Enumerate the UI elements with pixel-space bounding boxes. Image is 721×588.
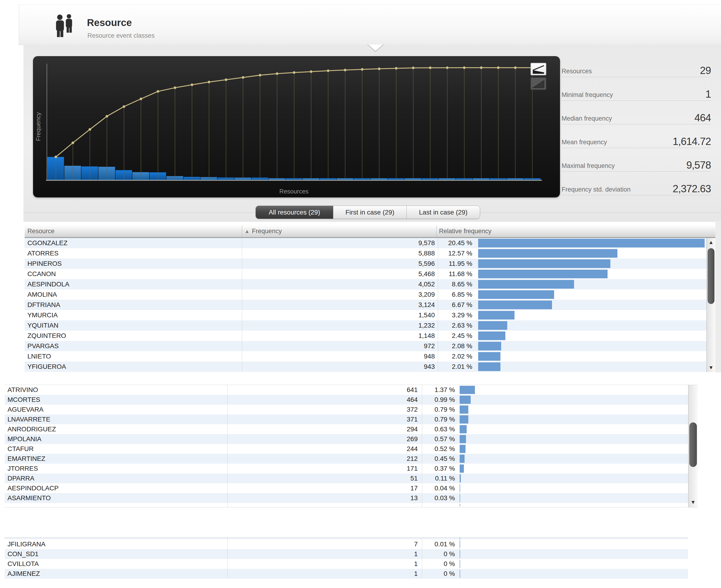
scrollbar-thumb[interactable] bbox=[689, 422, 697, 467]
sort-descending-button[interactable] bbox=[530, 63, 546, 76]
table-scrollbar[interactable]: ▼ bbox=[688, 385, 698, 507]
table-row[interactable]: DFTRIANA3,1246.67 % bbox=[25, 300, 706, 310]
relative-frequency-cell: 0.79 % bbox=[422, 405, 455, 415]
relative-frequency-bar bbox=[478, 301, 552, 309]
scrollbar-thumb[interactable] bbox=[708, 248, 715, 304]
column-header-resource[interactable]: Resource bbox=[27, 225, 55, 237]
table-row[interactable]: YFIGUEROA9432.01 % bbox=[25, 361, 706, 372]
table-row[interactable]: ZQUINTERO1,1482.45 % bbox=[25, 331, 706, 341]
tab-first-in-case[interactable]: First in case (29) bbox=[333, 206, 406, 219]
cumulative-point bbox=[378, 67, 380, 70]
chart-bar bbox=[388, 178, 404, 180]
table-row[interactable]: AESPINDOLA4,0528.65 % bbox=[25, 279, 706, 290]
table-row[interactable]: LNIETO9482.02 % bbox=[25, 351, 706, 361]
stat-row: Minimal frequency1 bbox=[562, 77, 711, 101]
table-row[interactable]: MCORTES4640.99 % bbox=[5, 395, 688, 405]
chart-bar bbox=[524, 178, 541, 180]
stat-row: Maximal frequency9,578 bbox=[562, 148, 711, 172]
relative-frequency-bar bbox=[460, 425, 467, 434]
table-row[interactable]: EMARTINEZ2120.45 % bbox=[5, 454, 688, 464]
chart-bar bbox=[47, 157, 64, 180]
relative-frequency-cell: 0.01 % bbox=[422, 539, 455, 549]
chart-bar bbox=[320, 178, 336, 180]
table-row[interactable]: AESPINDOLACP170.04 % bbox=[5, 483, 688, 493]
stat-row: Frequency std. deviation2,372.63 bbox=[562, 172, 711, 195]
table-row[interactable]: CTAFUR2440.52 % bbox=[5, 444, 688, 454]
frequency-cell: 972 bbox=[25, 341, 435, 351]
relative-frequency-cell: 0 % bbox=[422, 559, 455, 569]
table-row[interactable]: JTORRES1710.37 % bbox=[5, 464, 688, 474]
cumulative-point bbox=[259, 74, 261, 77]
relative-frequency-cell: 12.57 % bbox=[438, 248, 472, 258]
relative-frequency-cell: 20.45 % bbox=[438, 238, 472, 248]
descending-distribution-icon bbox=[532, 64, 545, 74]
table-row[interactable]: HPINEROS5,59611.95 % bbox=[25, 258, 706, 269]
frequency-cell: 7 bbox=[5, 539, 418, 549]
chart-bar bbox=[456, 178, 472, 180]
x-axis-shadow bbox=[46, 181, 542, 181]
table-row[interactable]: ATRIVINO6411.37 % bbox=[5, 385, 688, 395]
frequency-cell: 1,540 bbox=[25, 310, 435, 320]
table-row[interactable]: CVILLOTA10 % bbox=[5, 559, 688, 569]
table-row[interactable]: CON_SD110 % bbox=[5, 549, 688, 559]
relative-frequency-cell: 0.45 % bbox=[422, 454, 455, 464]
scroll-down-button[interactable]: ▼ bbox=[688, 498, 698, 507]
table-row[interactable]: ANRODRIGUEZ2940.63 % bbox=[5, 424, 688, 434]
table-row[interactable]: AGUEVARA3720.79 % bbox=[5, 405, 688, 415]
cumulative-point bbox=[446, 66, 448, 69]
chart-bar bbox=[252, 177, 268, 180]
relative-frequency-cell: 11.68 % bbox=[438, 269, 472, 279]
relative-frequency-cell: 0.99 % bbox=[422, 395, 455, 405]
relative-frequency-bar bbox=[460, 405, 468, 414]
table-row[interactable]: ATORRES5,88812.57 % bbox=[25, 248, 706, 258]
cumulative-point bbox=[293, 71, 295, 74]
frequency-cell: 212 bbox=[5, 454, 418, 464]
table-header: Resource ▲ Frequency Relative frequency bbox=[25, 225, 715, 238]
chart-bar bbox=[235, 177, 251, 180]
column-header-relative-frequency[interactable]: Relative frequency bbox=[439, 225, 492, 237]
tab-all-resources[interactable]: All resources (29) bbox=[256, 206, 333, 219]
relative-frequency-bar bbox=[460, 570, 460, 578]
sort-ascending-button[interactable] bbox=[530, 77, 546, 90]
relative-frequency-cell: 2.63 % bbox=[438, 320, 472, 331]
table-row[interactable]: YQUITIAN1,2322.63 % bbox=[25, 320, 706, 331]
relative-frequency-cell: 2.08 % bbox=[438, 341, 472, 351]
frequency-cell: 17 bbox=[5, 483, 418, 493]
chart-bar bbox=[166, 176, 183, 180]
table-row[interactable]: MPOLANIA2690.57 % bbox=[5, 434, 688, 444]
resource-tabs: All resources (29)First in case (29)Last… bbox=[256, 206, 480, 219]
y-axis-label: Frequency bbox=[35, 112, 42, 141]
table-row[interactable]: PVARGAS9722.08 % bbox=[25, 341, 706, 351]
relative-frequency-bar bbox=[460, 560, 460, 568]
scroll-down-button[interactable]: ▼ bbox=[707, 363, 715, 372]
scroll-up-button[interactable]: ▲ bbox=[707, 238, 715, 247]
pareto-chart-canvas: FrequencyResources bbox=[33, 57, 560, 197]
chart-bar bbox=[422, 178, 438, 180]
stat-label: Maximal frequency bbox=[562, 162, 615, 171]
table-row[interactable]: JFILIGRANA70.01 % bbox=[5, 539, 688, 549]
relative-frequency-bar bbox=[460, 475, 461, 483]
stat-value: 2,372.63 bbox=[673, 183, 711, 195]
table-row[interactable]: CGONZALEZ9,57820.45 % bbox=[25, 238, 706, 248]
table-row[interactable]: ASARMIENTO130.03 % bbox=[5, 493, 688, 503]
relative-frequency-bar bbox=[460, 455, 465, 463]
table-row[interactable]: LNAVARRETE3710.79 % bbox=[5, 415, 688, 424]
table-row[interactable]: AMOLINA3,2096.85 % bbox=[25, 290, 706, 300]
column-header-frequency[interactable]: ▲ Frequency bbox=[244, 225, 282, 237]
table-row[interactable]: AJIMENEZ10 % bbox=[5, 569, 688, 579]
relative-frequency-cell: 6.85 % bbox=[438, 290, 472, 300]
cumulative-point bbox=[140, 98, 142, 100]
cumulative-point bbox=[225, 79, 227, 81]
table-row[interactable]: CCANON5,46811.68 % bbox=[25, 269, 706, 279]
table-scrollbar[interactable]: ▲ ▼ bbox=[706, 238, 715, 372]
table-row[interactable]: DPARRA510.11 % bbox=[5, 474, 688, 483]
tab-last-in-case[interactable]: Last in case (29) bbox=[406, 206, 480, 219]
chart-bar bbox=[81, 167, 98, 180]
relative-frequency-cell: 0.57 % bbox=[422, 434, 455, 444]
frequency-cell: 171 bbox=[5, 464, 418, 474]
frequency-cell: 464 bbox=[5, 395, 418, 405]
table-row[interactable]: YMURCIA1,5403.29 % bbox=[25, 310, 706, 320]
stat-label: Minimal frequency bbox=[562, 91, 613, 101]
cumulative-point bbox=[88, 128, 91, 131]
frequency-cell: 5,888 bbox=[25, 248, 435, 258]
